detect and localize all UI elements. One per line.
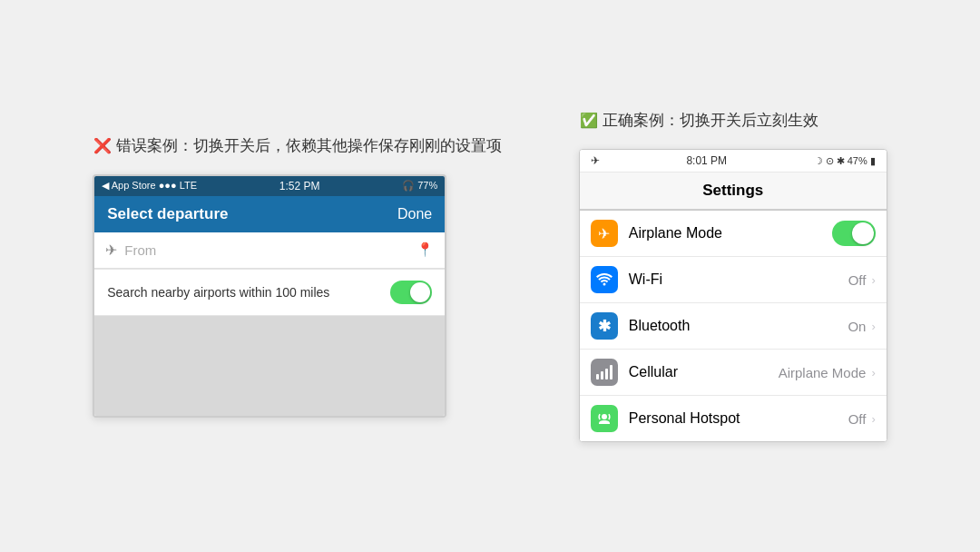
svg-rect-2 [605, 369, 608, 380]
rotation-icon: ⊙ [826, 155, 834, 167]
from-input[interactable]: From [124, 242, 409, 258]
search-area: ✈ From 📍 [94, 232, 445, 269]
cellular-chevron: › [871, 366, 875, 380]
ios-status-time: 8:01 PM [686, 154, 727, 167]
gray-area [94, 316, 445, 416]
toggle-label: Search nearby airports within 100 miles [107, 285, 329, 300]
hotspot-icon [591, 405, 618, 432]
status-time: 1:52 PM [279, 180, 320, 192]
error-icon: ❌ [93, 135, 113, 155]
main-container: ❌ 错误案例：切换开关后，依赖其他操作保存刚刚的设置项 ◀ App Store … [0, 0, 980, 552]
bluetooth-icon-status: ✱ [837, 155, 845, 167]
cellular-row[interactable]: Cellular Airplane Mode › [580, 350, 887, 396]
hotspot-chevron: › [871, 412, 875, 426]
left-title-text: 错误案例：切换开关后，依赖其他操作保存刚刚的设置项 [116, 135, 502, 156]
ios-settings-title: Settings [702, 182, 763, 199]
left-nav-bar: Select departure Done [94, 196, 445, 232]
left-status-bar: ◀ App Store ●●● LTE 1:52 PM 🎧 77% [94, 176, 445, 196]
toggle-switch[interactable] [390, 281, 432, 304]
status-app-store: ◀ App Store ●●● LTE [102, 180, 197, 192]
toggle-row: Search nearby airports within 100 miles [94, 270, 445, 315]
bluetooth-value: On [848, 319, 866, 334]
status-right: 🎧 77% [402, 180, 437, 192]
ios-status-airplane: ✈ [591, 154, 600, 167]
nav-title: Select departure [107, 205, 228, 223]
wifi-value: Off [848, 272, 867, 288]
plane-icon: ✈ [105, 242, 117, 259]
check-icon: ✅ [579, 111, 599, 131]
svg-rect-3 [610, 365, 612, 380]
cellular-value: Airplane Mode [779, 365, 867, 380]
left-panel: ❌ 错误案例：切换开关后，依赖其他操作保存刚刚的设置项 ◀ App Store … [93, 135, 502, 418]
ios-status-right: ☽ ⊙ ✱ 47% ▮ [814, 155, 876, 167]
airplane-mode-label: Airplane Mode [629, 225, 832, 242]
cellular-icon [591, 359, 618, 386]
wifi-label: Wi-Fi [629, 271, 848, 288]
svg-rect-1 [601, 371, 603, 380]
wifi-icon [591, 266, 618, 293]
ios-settings-section: ✈ Airplane Mode Wi-Fi Off › [580, 210, 887, 441]
ios-settings-list: ✈ Airplane Mode Wi-Fi Off › [580, 210, 887, 441]
right-panel: ✅ 正确案例：切换开关后立刻生效 ✈ 8:01 PM ☽ ⊙ ✱ 47% ▮ [579, 110, 887, 442]
svg-rect-0 [596, 374, 599, 380]
battery-percentage: 47% [848, 155, 867, 166]
ios-nav-bar: Settings [580, 172, 887, 210]
hotspot-label: Personal Hotspot [629, 410, 848, 427]
status-left: ◀ App Store ●●● LTE [102, 180, 197, 192]
left-panel-title: ❌ 错误案例：切换开关后，依赖其他操作保存刚刚的设置项 [93, 135, 502, 156]
left-phone-mock: ◀ App Store ●●● LTE 1:52 PM 🎧 77% Select… [93, 174, 446, 418]
right-panel-title: ✅ 正确案例：切换开关后立刻生效 [579, 110, 818, 131]
right-phone-mock: ✈ 8:01 PM ☽ ⊙ ✱ 47% ▮ Settings [579, 149, 887, 442]
airplane-mode-row[interactable]: ✈ Airplane Mode [580, 211, 887, 257]
wifi-chevron: › [871, 273, 875, 287]
ios-status-bar: ✈ 8:01 PM ☽ ⊙ ✱ 47% ▮ [580, 150, 887, 172]
cellular-label: Cellular [629, 364, 779, 380]
right-title-text: 正确案例：切换开关后立刻生效 [603, 110, 818, 131]
airplane-mode-toggle[interactable] [832, 221, 876, 246]
moon-icon: ☽ [814, 155, 823, 167]
nav-done-button[interactable]: Done [397, 206, 432, 222]
hotspot-value: Off [848, 411, 867, 427]
battery-icon: ▮ [870, 155, 876, 167]
bluetooth-row[interactable]: ✱ Bluetooth On › [580, 303, 887, 350]
airplane-mode-icon: ✈ [591, 220, 618, 247]
bluetooth-icon: ✱ [591, 312, 618, 340]
location-icon: 📍 [416, 242, 434, 258]
bluetooth-chevron: › [871, 320, 875, 333]
wifi-row[interactable]: Wi-Fi Off › [580, 257, 887, 303]
hotspot-row[interactable]: Personal Hotspot Off › [580, 396, 887, 441]
svg-point-4 [602, 414, 607, 419]
bluetooth-label: Bluetooth [629, 318, 848, 334]
